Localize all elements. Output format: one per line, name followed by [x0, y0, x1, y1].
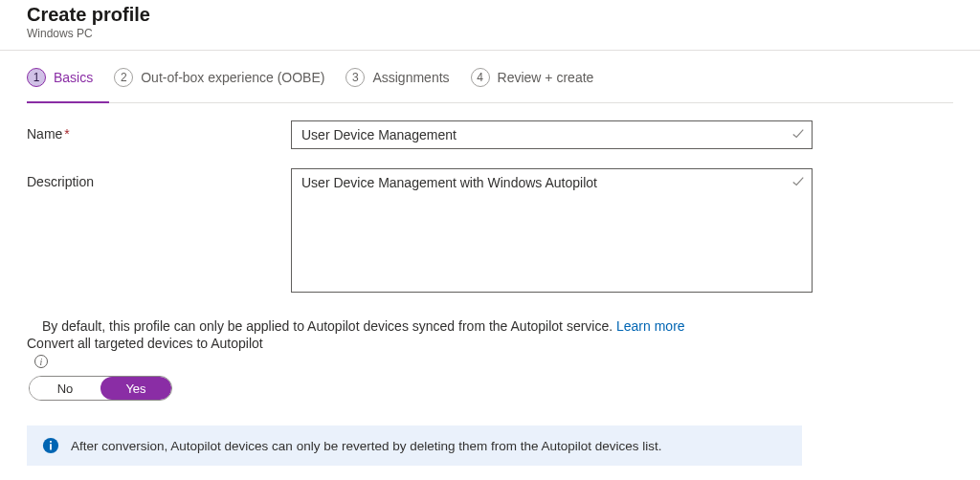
- helper-block: By default, this profile can only be app…: [27, 318, 953, 401]
- tab-step-badge: 1: [27, 68, 46, 87]
- banner-text: After conversion, Autopilot devices can …: [71, 439, 662, 453]
- svg-rect-1: [50, 444, 52, 449]
- toggle-yes[interactable]: Yes: [100, 377, 171, 400]
- tab-step-badge: 4: [471, 68, 490, 87]
- label-name-text: Name: [27, 126, 62, 142]
- tab-oobe[interactable]: 2 Out-of-box experience (OOBE): [114, 68, 324, 93]
- page-title: Create profile: [27, 4, 953, 26]
- svg-rect-2: [50, 441, 52, 443]
- learn-more-link[interactable]: Learn more: [616, 318, 685, 334]
- tab-step-badge: 2: [114, 68, 133, 87]
- tab-review-create[interactable]: 4 Review + create: [471, 68, 594, 93]
- required-asterisk: *: [64, 126, 69, 142]
- description-input[interactable]: [291, 168, 813, 293]
- description-field-wrap: [291, 168, 813, 295]
- page-subtitle: Windows PC: [27, 27, 953, 40]
- tab-assignments[interactable]: 3 Assignments: [345, 68, 449, 93]
- tab-basics[interactable]: 1 Basics: [27, 68, 93, 93]
- row-name: Name*: [27, 120, 953, 149]
- label-name: Name*: [27, 120, 291, 142]
- toggle-no[interactable]: No: [30, 377, 100, 400]
- convert-toggle[interactable]: No Yes: [29, 376, 172, 401]
- label-description-text: Description: [27, 174, 94, 189]
- info-icon: [42, 437, 59, 454]
- check-icon: [791, 175, 805, 188]
- check-icon: [791, 127, 805, 141]
- name-field-wrap: [291, 120, 813, 149]
- row-description: Description: [27, 168, 953, 295]
- label-description: Description: [27, 168, 291, 189]
- tab-label: Out-of-box experience (OOBE): [141, 70, 324, 85]
- name-input[interactable]: [291, 120, 813, 149]
- page-header: Create profile Windows PC: [0, 0, 980, 51]
- info-icon[interactable]: i: [34, 355, 48, 368]
- tab-label: Assignments: [372, 70, 449, 85]
- info-banner: After conversion, Autopilot devices can …: [27, 425, 802, 466]
- active-tab-underline: [27, 101, 109, 103]
- tab-label: Basics: [54, 70, 93, 85]
- helper-text-line: By default, this profile can only be app…: [27, 318, 953, 334]
- convert-label: Convert all targeted devices to Autopilo…: [27, 336, 953, 351]
- wizard-tabs: 1 Basics 2 Out-of-box experience (OOBE) …: [27, 51, 953, 103]
- tab-step-badge: 3: [345, 68, 365, 87]
- tab-label: Review + create: [498, 70, 594, 85]
- helper-default-text: By default, this profile can only be app…: [42, 318, 616, 334]
